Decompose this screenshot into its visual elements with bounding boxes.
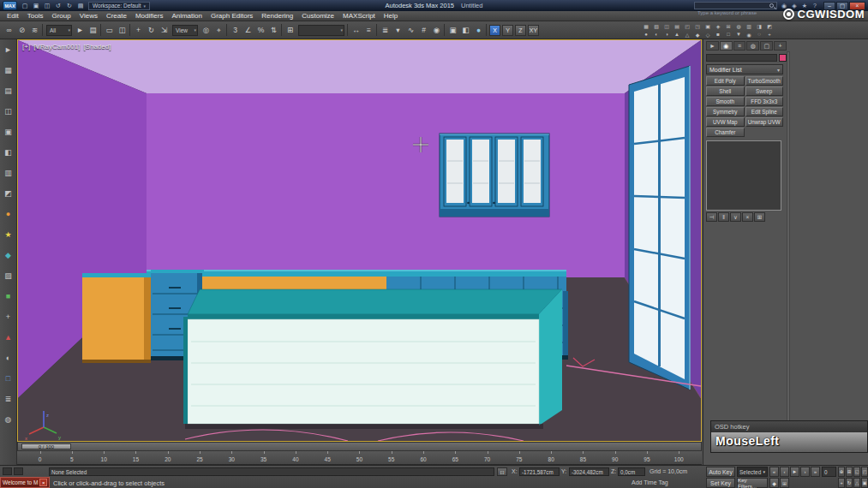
select-object-icon[interactable]: ► bbox=[74, 23, 87, 37]
right-toolbar-icon[interactable]: ◈ bbox=[713, 21, 723, 30]
workspace-dropdown[interactable]: Workspace: Default ▾ bbox=[88, 2, 150, 10]
left-toolbar-icon[interactable]: ● bbox=[2, 207, 15, 221]
modify-tab[interactable]: ◉ bbox=[720, 41, 733, 51]
right-toolbar-icon[interactable]: ◉ bbox=[744, 30, 754, 39]
undo-icon[interactable]: ↺ bbox=[53, 1, 63, 10]
menu-item[interactable]: Views bbox=[75, 11, 102, 21]
menu-item[interactable]: Create bbox=[102, 11, 131, 21]
right-toolbar-icon[interactable]: ▦ bbox=[641, 21, 651, 30]
right-toolbar-icon[interactable]: ◆ bbox=[692, 30, 703, 39]
render-setup-icon[interactable]: ▣ bbox=[446, 23, 459, 37]
rendered-frame-window-icon[interactable]: ◧ bbox=[459, 23, 472, 37]
select-and-manipulate-icon[interactable]: ⌖ bbox=[213, 23, 225, 37]
right-toolbar-icon[interactable]: □ bbox=[723, 30, 733, 39]
save-file-icon[interactable]: ◫ bbox=[42, 1, 52, 10]
object-color-swatch[interactable] bbox=[779, 54, 787, 62]
open-file-icon[interactable]: ▣ bbox=[31, 1, 41, 10]
schematic-view-icon[interactable]: # bbox=[417, 23, 430, 37]
right-toolbar-icon[interactable]: ◌ bbox=[754, 30, 764, 39]
track-bar[interactable]: 0510152025303540455055606570758085909510… bbox=[17, 451, 702, 465]
key-filters-button[interactable]: Key Filters... bbox=[737, 478, 768, 488]
modifier-set-button[interactable]: Unwrap UVW bbox=[745, 117, 784, 127]
right-toolbar-icon[interactable]: ◳ bbox=[692, 21, 703, 30]
viewport-camera-menu[interactable]: [VRayCam001] bbox=[33, 43, 80, 51]
new-file-icon[interactable]: ▢ bbox=[20, 1, 30, 10]
axis-z-constraint-button[interactable]: Z bbox=[515, 25, 526, 36]
left-toolbar-icon[interactable]: ▥ bbox=[2, 166, 15, 180]
axis-xy-plane-constraint-button[interactable]: XY bbox=[528, 25, 539, 36]
right-toolbar-icon[interactable]: ◐ bbox=[651, 30, 661, 39]
modifier-set-button[interactable]: Symmetry bbox=[706, 107, 745, 116]
right-toolbar-icon[interactable]: ▧ bbox=[651, 21, 661, 30]
menu-item[interactable]: Edit bbox=[3, 11, 23, 21]
selection-lock-icon[interactable]: ⊡ bbox=[497, 467, 507, 476]
right-toolbar-icon[interactable]: ◩ bbox=[764, 21, 775, 30]
material-editor-icon[interactable]: ◉ bbox=[430, 23, 443, 37]
toolbar-separator[interactable] bbox=[225, 24, 229, 36]
left-toolbar-icon[interactable]: ▨ bbox=[2, 269, 15, 283]
make-unique-icon[interactable]: ∨ bbox=[730, 212, 741, 222]
menu-item[interactable]: MAXScript bbox=[338, 11, 380, 21]
right-toolbar-icon[interactable]: ◫ bbox=[661, 21, 672, 30]
snaps-toggle-icon[interactable]: 3 bbox=[229, 23, 242, 37]
left-toolbar-icon[interactable]: ◫ bbox=[2, 104, 15, 118]
right-toolbar-icon[interactable]: ▤ bbox=[672, 21, 682, 30]
modifier-set-button[interactable]: Edit Poly bbox=[706, 76, 745, 86]
modifier-set-button[interactable]: Smooth bbox=[706, 97, 745, 106]
menu-item[interactable]: Tools bbox=[23, 11, 48, 21]
toolbar-separator[interactable] bbox=[346, 24, 350, 36]
named-selection-sets-dropdown[interactable] bbox=[298, 25, 344, 36]
axis-x-constraint-button[interactable]: X bbox=[489, 25, 500, 36]
select-by-name-icon[interactable]: ▤ bbox=[87, 23, 99, 37]
layer-manager-icon[interactable]: ≣ bbox=[379, 23, 392, 37]
zoom-region-button[interactable]: ◰ bbox=[861, 467, 868, 477]
curve-editor-icon[interactable]: ∿ bbox=[404, 23, 417, 37]
toolbar-separator[interactable] bbox=[99, 24, 103, 36]
right-toolbar-icon[interactable]: △ bbox=[682, 30, 692, 39]
go-to-end-button[interactable]: » bbox=[811, 467, 820, 477]
menu-item[interactable]: Modifiers bbox=[131, 11, 167, 21]
object-name-field[interactable] bbox=[706, 54, 777, 62]
play-animation-button[interactable]: ► bbox=[790, 467, 799, 477]
infocenter-search[interactable] bbox=[694, 2, 777, 9]
selection-filter-dropdown[interactable]: All bbox=[46, 25, 72, 36]
left-toolbar-icon[interactable]: ◧ bbox=[2, 146, 15, 159]
viewport-general-menu[interactable]: [+] bbox=[22, 43, 30, 51]
menu-item[interactable]: Group bbox=[47, 11, 75, 21]
angle-snap-icon[interactable]: ∠ bbox=[242, 23, 254, 37]
select-and-move-icon[interactable]: + bbox=[132, 23, 145, 37]
time-configuration-button[interactable]: ⊞ bbox=[780, 478, 789, 488]
left-toolbar-icon[interactable]: ◩ bbox=[2, 187, 15, 200]
right-toolbar-icon[interactable]: ◍ bbox=[733, 21, 744, 30]
right-toolbar-icon[interactable]: ▣ bbox=[703, 21, 713, 30]
configure-modifier-sets-icon[interactable]: ⊞ bbox=[754, 212, 765, 222]
modifier-set-button[interactable]: FFD 3x3x3 bbox=[745, 97, 784, 106]
show-end-result-icon[interactable]: ‖ bbox=[718, 212, 729, 222]
left-toolbar-icon[interactable]: ≣ bbox=[2, 392, 15, 406]
scene-window[interactable] bbox=[629, 66, 690, 390]
coord-x-field[interactable]: -1721,587cm bbox=[519, 467, 560, 476]
motion-tab[interactable]: ◍ bbox=[746, 41, 759, 51]
window-crossing-toggle-icon[interactable]: ◫ bbox=[116, 23, 129, 37]
right-toolbar-icon[interactable]: ◨ bbox=[754, 21, 764, 30]
panel-scrollbar[interactable] bbox=[787, 51, 790, 441]
modifier-set-button[interactable]: UVW Map bbox=[706, 117, 745, 127]
toolbar-separator[interactable] bbox=[280, 24, 284, 36]
modifier-set-button[interactable]: Shell bbox=[706, 86, 745, 96]
spinner-snap-icon[interactable]: ⇅ bbox=[267, 23, 280, 37]
right-toolbar-icon[interactable]: ● bbox=[641, 30, 651, 39]
menu-item[interactable]: Customize bbox=[297, 11, 338, 21]
left-toolbar-icon[interactable]: ◆ bbox=[2, 248, 15, 262]
percent-snap-icon[interactable]: % bbox=[254, 23, 267, 37]
menu-item[interactable]: Graph Editors bbox=[207, 11, 257, 21]
left-toolbar-icon[interactable]: ★ bbox=[2, 228, 15, 241]
left-toolbar-icon[interactable]: ◐ bbox=[2, 351, 15, 365]
edit-named-selection-sets-icon[interactable]: ⊞ bbox=[284, 23, 296, 37]
field-of-view-button[interactable]: △ bbox=[853, 478, 860, 488]
left-toolbar-icon[interactable]: ► bbox=[2, 43, 15, 57]
graphite-ribbon-icon[interactable]: ▾ bbox=[392, 23, 404, 37]
animation-set-dropdown[interactable]: Selected ▾ bbox=[737, 467, 768, 477]
maxscript-mini-listener[interactable] bbox=[14, 467, 23, 475]
previous-frame-button[interactable]: ‹ bbox=[780, 467, 789, 477]
mirror-icon[interactable]: ↔ bbox=[350, 23, 362, 37]
